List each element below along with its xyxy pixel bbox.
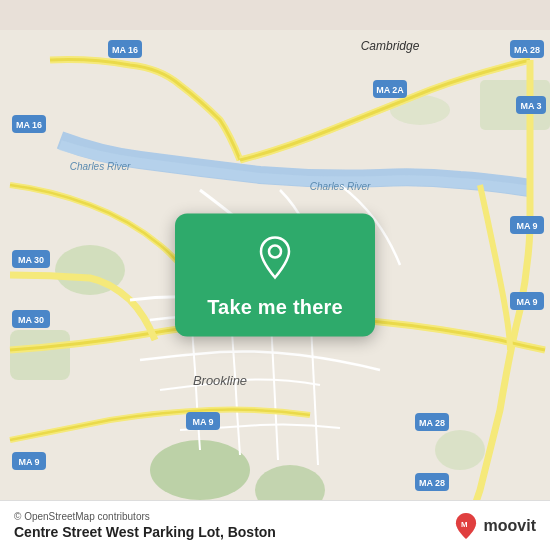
svg-text:MA 2A: MA 2A — [376, 85, 404, 95]
svg-text:MA 9: MA 9 — [516, 297, 537, 307]
map-attribution: © OpenStreetMap contributors — [14, 511, 276, 522]
svg-text:Cambridge: Cambridge — [361, 39, 420, 53]
svg-rect-2 — [10, 330, 70, 380]
svg-text:Charles River: Charles River — [310, 181, 371, 192]
moovit-logo-icon: M — [452, 512, 480, 540]
take-me-there-button[interactable]: Take me there — [207, 296, 343, 319]
svg-text:Brookline: Brookline — [193, 373, 247, 388]
map-container: MA 16 MA 16 Cambridge MA 28 MA 3 MA 2A C… — [0, 0, 550, 550]
svg-text:MA 28: MA 28 — [419, 418, 445, 428]
location-pin-icon — [251, 234, 299, 282]
svg-text:Charles River: Charles River — [70, 161, 131, 172]
svg-text:MA 28: MA 28 — [514, 45, 540, 55]
svg-text:MA 30: MA 30 — [18, 255, 44, 265]
moovit-brand-text: moovit — [484, 517, 536, 535]
svg-text:MA 16: MA 16 — [16, 120, 42, 130]
svg-text:MA 30: MA 30 — [18, 315, 44, 325]
bottom-bar: © OpenStreetMap contributors Centre Stre… — [0, 500, 550, 550]
svg-text:MA 28: MA 28 — [419, 478, 445, 488]
svg-text:MA 3: MA 3 — [520, 101, 541, 111]
svg-text:MA 9: MA 9 — [516, 221, 537, 231]
svg-text:M: M — [461, 519, 468, 528]
action-card[interactable]: Take me there — [175, 214, 375, 337]
moovit-logo: M moovit — [452, 512, 536, 540]
svg-text:MA 9: MA 9 — [192, 417, 213, 427]
svg-point-5 — [435, 430, 485, 470]
svg-text:MA 16: MA 16 — [112, 45, 138, 55]
location-name: Centre Street West Parking Lot, Boston — [14, 524, 276, 540]
svg-point-38 — [269, 246, 281, 258]
bottom-bar-info: © OpenStreetMap contributors Centre Stre… — [14, 511, 276, 540]
svg-text:MA 9: MA 9 — [18, 457, 39, 467]
